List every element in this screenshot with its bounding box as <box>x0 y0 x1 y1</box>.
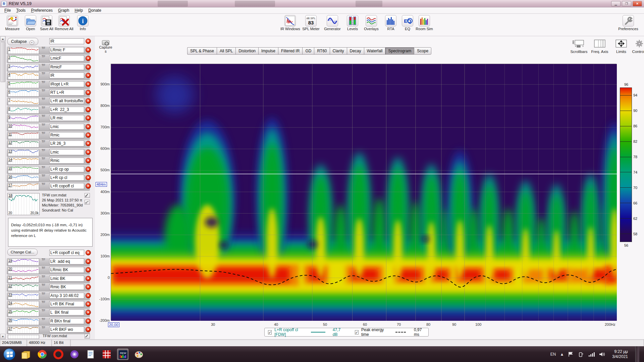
measurement-name-input[interactable] <box>49 115 84 121</box>
start-button[interactable] <box>3 348 15 360</box>
tab-impulse[interactable]: Impulse <box>258 47 278 55</box>
scrollbar-thumb[interactable] <box>0 42 5 82</box>
measurement-name-input[interactable] <box>49 81 84 87</box>
ir-windows-button[interactable]: IR Windows <box>280 14 300 31</box>
measurement-thumbnail[interactable]: 1 <box>8 47 39 54</box>
measurement-row-11[interactable]: 11TF✕ <box>7 131 94 139</box>
overlays-button[interactable]: Overlays <box>362 14 381 31</box>
notes-icon[interactable] <box>85 334 90 339</box>
delete-measurement-icon[interactable]: ✕ <box>86 90 91 95</box>
menu-tools[interactable]: Tools <box>14 8 28 13</box>
measurement-thumbnail[interactable]: 3 <box>8 64 39 71</box>
save-all-button[interactable]: Save All <box>37 14 56 31</box>
delete-measurement-icon[interactable]: ✕ <box>86 310 91 315</box>
taskbar-paint-icon[interactable] <box>133 349 145 360</box>
measurement-name-input[interactable] <box>49 149 84 155</box>
room-sim-button[interactable]: Room Sim <box>415 14 434 31</box>
delete-measurement-icon[interactable]: ✕ <box>86 318 91 324</box>
measurement-row-2[interactable]: 2TF✕ <box>7 54 94 63</box>
measurement-thumbnail[interactable]: 16 <box>8 175 39 182</box>
measurement-name-input[interactable] <box>49 258 84 264</box>
taskbar-notepad-icon[interactable] <box>85 349 96 360</box>
measurement-thumbnail[interactable]: 12 <box>8 140 39 147</box>
minimize-button[interactable]: ▁ <box>611 1 621 6</box>
scroll-up-icon[interactable]: ▲ <box>0 36 5 42</box>
info-button[interactable]: iInfo <box>73 14 93 31</box>
measurement-name-input[interactable] <box>49 175 84 181</box>
delete-measurement-icon[interactable]: ✕ <box>86 132 91 138</box>
measurement-thumbnail[interactable]: 10 <box>8 124 39 131</box>
measurement-thumbnail[interactable]: 7 <box>8 98 39 105</box>
measurement-thumbnail[interactable]: 19 <box>8 258 39 265</box>
measurement-row-6[interactable]: 6TF✕ <box>7 88 94 97</box>
measurement-row-5[interactable]: 5TF✕ <box>7 80 94 88</box>
delete-measurement-icon[interactable]: ✕ <box>86 107 91 112</box>
measurement-row-19[interactable]: 19TF✕ <box>7 257 94 266</box>
measurement-thumbnail[interactable]: 14 <box>8 158 39 165</box>
measurement-name-input[interactable] <box>49 158 84 164</box>
measurement-row-27[interactable]: 27TF✕ <box>7 325 94 334</box>
menu-file[interactable]: File <box>2 8 13 13</box>
change-cal-button[interactable]: Change Cal... <box>7 249 38 256</box>
measurement-name-input[interactable] <box>49 183 84 189</box>
measurement-thumbnail[interactable]: 25 <box>8 309 39 316</box>
measurement-row-10[interactable]: 10TF✕ <box>7 123 94 131</box>
taskbar-clock[interactable]: 9:22 μμ 3/4/2021 <box>609 349 628 359</box>
measurement-name-input[interactable] <box>49 38 84 44</box>
menu-graph[interactable]: Graph <box>56 8 71 13</box>
delete-measurement-icon[interactable]: ✕ <box>86 259 91 264</box>
measurement-name-input[interactable] <box>49 326 84 333</box>
tab-filtered-ir[interactable]: Filtered IR <box>278 47 302 55</box>
measurement-name-input[interactable] <box>49 318 84 324</box>
measurement-row-7[interactable]: 7TF✕ <box>7 97 94 105</box>
measurement-name-input[interactable] <box>49 309 84 315</box>
measurement-row-12[interactable]: 12TF✕ <box>7 139 94 148</box>
tab-decay[interactable]: Decay <box>347 47 364 55</box>
delete-measurement-icon[interactable]: ✕ <box>86 301 91 307</box>
measurement-name-input[interactable] <box>49 55 84 61</box>
measurement-thumbnail[interactable]: 4 <box>8 72 39 79</box>
taskbar-grid-app-icon[interactable] <box>101 349 112 360</box>
trace-checkbox[interactable]: ✓ <box>268 330 272 335</box>
capture-button[interactable]: Capture s <box>98 40 113 53</box>
measurement-thumbnail[interactable]: 9 <box>8 115 39 122</box>
measurement-row-16[interactable]: 16TF✕ <box>7 174 94 182</box>
notes-icon[interactable] <box>85 193 90 198</box>
show-desktop-button[interactable] <box>635 346 639 362</box>
action-center-flag-icon[interactable] <box>568 352 574 357</box>
power-icon[interactable] <box>578 352 584 357</box>
remove-all-button[interactable]: Remove All <box>54 14 74 31</box>
measure-button[interactable]: Measure <box>3 14 22 31</box>
menu-donate[interactable]: Donate <box>86 8 104 13</box>
measurement-row-partial[interactable]: TFW corr.mdat <box>7 334 94 339</box>
taskbar-browser-icon[interactable] <box>69 349 80 360</box>
network-icon[interactable] <box>588 352 595 357</box>
delete-measurement-icon[interactable]: ✕ <box>86 64 91 70</box>
measurement-thumbnail[interactable]: 5 <box>8 81 39 88</box>
scroll-down-icon[interactable]: ▼ <box>0 334 5 339</box>
measurement-name-input[interactable] <box>49 301 84 307</box>
delete-measurement-icon[interactable]: ✕ <box>86 175 91 180</box>
measurement-thumbnail[interactable]: 26 <box>8 318 39 325</box>
taskbar-explorer-icon[interactable] <box>20 349 32 360</box>
measurement-name-input[interactable] <box>49 293 84 299</box>
measurement-name-input[interactable] <box>49 276 84 282</box>
measurement-row-9[interactable]: 9TF✕ <box>7 114 94 122</box>
delete-measurement-icon[interactable]: ✕ <box>86 167 91 172</box>
measurement-row-15[interactable]: 15TF✕ <box>7 165 94 174</box>
trace-options-icon[interactable] <box>85 200 90 204</box>
measurement-name-input[interactable] <box>49 47 84 53</box>
delete-measurement-icon[interactable]: ✕ <box>86 47 91 53</box>
measurement-thumbnail[interactable]: 15 <box>8 166 39 173</box>
tab-spl-phase[interactable]: SPL & Phase <box>187 47 217 55</box>
measurement-row-23[interactable]: 23TF✕ <box>7 292 94 300</box>
delete-measurement-icon[interactable]: ✕ <box>86 250 91 255</box>
measurement-thumbnail[interactable]: 24 <box>8 301 39 308</box>
menu-preferences[interactable]: Preferences <box>29 8 55 13</box>
maximize-button[interactable]: ❐ <box>622 1 631 6</box>
measurement-row-20[interactable]: 20TF✕ <box>7 266 94 274</box>
selected-measurement-name-input[interactable] <box>49 250 84 256</box>
delete-measurement-icon[interactable]: ✕ <box>86 81 91 87</box>
measurement-thumbnail[interactable]: 23 <box>8 293 39 300</box>
measurement-name-input[interactable] <box>49 132 84 138</box>
